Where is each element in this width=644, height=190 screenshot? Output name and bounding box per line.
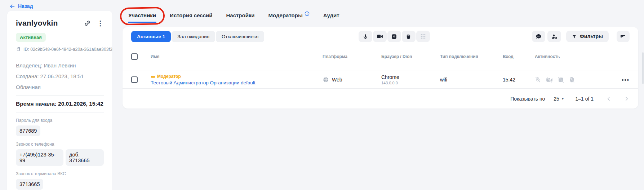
select-all-checkbox[interactable] bbox=[131, 53, 138, 60]
participant-row: Модератор Тестовый Администратор Организ… bbox=[123, 71, 638, 89]
funnel-icon bbox=[572, 34, 577, 39]
vks-number: 3713665 bbox=[16, 179, 43, 190]
disable-all-camera-button[interactable] bbox=[373, 31, 387, 42]
divider bbox=[16, 57, 104, 57]
back-button[interactable]: Назад bbox=[9, 3, 33, 9]
column-header-platform: Платформа bbox=[323, 54, 381, 59]
session-room-type: Облачная bbox=[16, 84, 104, 90]
browser-version: 143.0.0.0 bbox=[381, 81, 440, 85]
participants-panel: Активные 1 Зал ожидания Отключившиеся bbox=[123, 27, 638, 109]
kebab-menu-icon[interactable]: ⋮ bbox=[97, 20, 104, 27]
mute-all-mic-button[interactable] bbox=[359, 31, 372, 42]
column-header-activity: Активность bbox=[535, 54, 613, 59]
person-add-icon bbox=[551, 34, 558, 40]
media-controls-group bbox=[359, 31, 430, 42]
copy-link-icon[interactable] bbox=[84, 19, 91, 27]
copy-id-icon[interactable] bbox=[16, 47, 21, 52]
screen-share-icon bbox=[391, 34, 397, 40]
session-info-card: ivanlyovkin ⋮ Активная ID: 02c9b548-0e6f… bbox=[7, 11, 112, 190]
filters-button[interactable]: Фильтры bbox=[566, 31, 609, 42]
entry-time: 15:42 bbox=[503, 77, 535, 83]
session-title: ivanlyovkin bbox=[16, 19, 84, 27]
password-value: 877689 bbox=[16, 125, 40, 136]
column-header-connection: Тип подключения bbox=[440, 54, 503, 59]
chat-icon bbox=[536, 34, 542, 39]
hand-off-icon bbox=[569, 76, 575, 83]
browser-name: Chrome bbox=[381, 74, 440, 80]
divider bbox=[16, 95, 104, 96]
lower-hands-button[interactable] bbox=[402, 31, 416, 42]
tab-bar: Участники История сессий Настройки Модер… bbox=[128, 12, 339, 23]
chevron-down-icon: ▾ bbox=[562, 96, 564, 101]
tab-participants[interactable]: Участники bbox=[128, 12, 156, 23]
raised-hand-icon bbox=[406, 34, 411, 40]
session-start-time: Время начала: 20.01.2026, 15:42 bbox=[16, 101, 104, 107]
tab-label: Настройки bbox=[226, 12, 254, 18]
scrollbar[interactable] bbox=[642, 52, 644, 84]
password-label: Пароль для входа bbox=[16, 118, 104, 123]
grid-icon bbox=[420, 34, 426, 39]
camera-icon bbox=[377, 34, 383, 39]
connection-type: wifi bbox=[440, 77, 503, 83]
segment-disconnected[interactable]: Отключившиеся bbox=[216, 31, 264, 42]
phone-label: Звонок с телефона bbox=[16, 142, 104, 147]
segment-waiting-room[interactable]: Зал ожидания bbox=[172, 31, 215, 42]
session-id: ID: 02c9b548-0e6f-4942-a20a-361a0ae303f3 bbox=[23, 47, 112, 52]
activity-indicators bbox=[535, 76, 613, 83]
previous-page-button[interactable] bbox=[606, 96, 612, 102]
sort-button[interactable] bbox=[617, 31, 630, 42]
tab-label: Участники bbox=[128, 12, 156, 18]
back-label: Назад bbox=[18, 3, 33, 9]
back-arrow-icon bbox=[9, 4, 15, 9]
tab-label: Аудит bbox=[323, 12, 339, 18]
tab-label: История сессий bbox=[170, 12, 212, 18]
participant-name-link[interactable]: Тестовый Администратор Организации defau… bbox=[151, 80, 256, 85]
next-page-button[interactable] bbox=[624, 96, 630, 102]
pagination-bar: Показывать по 25 ▾ 1–1 of 1 bbox=[123, 89, 638, 109]
table-tools-group: Фильтры bbox=[532, 31, 630, 42]
chat-button[interactable] bbox=[532, 31, 545, 42]
column-header-name: Имя bbox=[151, 54, 323, 59]
row-checkbox[interactable] bbox=[131, 76, 138, 83]
filters-label: Фильтры bbox=[580, 34, 603, 39]
tab-label: Модераторы bbox=[268, 12, 303, 18]
participant-role: Модератор bbox=[157, 74, 181, 79]
microphone-icon bbox=[363, 34, 368, 40]
row-actions-menu[interactable]: ••• bbox=[622, 77, 630, 83]
session-created: Создана: 27.06.2023, 18:51 bbox=[16, 73, 104, 79]
column-header-entry: Вход bbox=[503, 54, 535, 59]
divider bbox=[16, 112, 104, 112]
vks-label: Звонок с терминала ВКС bbox=[16, 171, 104, 176]
crown-icon bbox=[151, 75, 155, 78]
screen-share-off-icon bbox=[558, 77, 564, 83]
per-page-select[interactable]: 25 ▾ bbox=[554, 96, 564, 102]
sort-lines-icon bbox=[620, 34, 626, 39]
tab-session-history[interactable]: История сессий bbox=[170, 12, 212, 23]
mic-off-icon bbox=[535, 76, 541, 83]
session-owner: Владелец: Иван Лёвкин bbox=[16, 62, 104, 69]
table-header-row: Имя Платформа Браузер / Dion Тип подключ… bbox=[123, 42, 638, 71]
segment-active[interactable]: Активные 1 bbox=[131, 31, 171, 42]
tab-moderators[interactable]: Модераторы bbox=[268, 12, 310, 23]
tab-audit[interactable]: Аудит bbox=[323, 12, 339, 23]
grid-view-button[interactable] bbox=[416, 31, 430, 42]
phone-number: +7(495)123-35-99 bbox=[16, 149, 63, 166]
camera-off-icon bbox=[546, 77, 553, 83]
phone-extension: доб. 3713665 bbox=[66, 149, 104, 166]
info-icon[interactable] bbox=[305, 11, 310, 16]
status-badge: Активная bbox=[16, 33, 46, 42]
platform-value: Web bbox=[332, 77, 342, 83]
globe-icon bbox=[323, 76, 329, 83]
per-page-value: 25 bbox=[554, 96, 559, 102]
participant-state-filter: Активные 1 Зал ожидания Отключившиеся bbox=[131, 31, 264, 42]
tab-settings[interactable]: Настройки bbox=[226, 12, 254, 23]
column-header-browser: Браузер / Dion bbox=[381, 54, 440, 59]
screen-share-button[interactable] bbox=[387, 31, 401, 42]
add-participant-button[interactable] bbox=[547, 31, 561, 42]
per-page-label: Показывать по bbox=[510, 96, 545, 102]
pagination-range: 1–1 of 1 bbox=[575, 96, 594, 102]
